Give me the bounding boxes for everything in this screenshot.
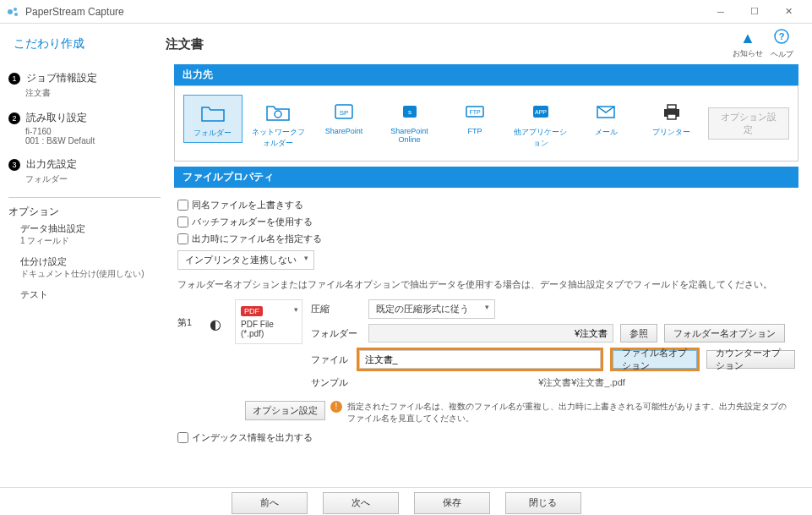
dest-mail[interactable]: メール <box>576 95 635 141</box>
dest-ftp[interactable]: FTP FTP <box>445 95 504 139</box>
svg-text:s: s <box>408 108 411 116</box>
folder-name-option-button[interactable]: フォルダー名オプション <box>664 324 785 342</box>
dest-label: プリンター <box>642 127 701 138</box>
svg-point-2 <box>14 13 18 16</box>
sample-value: ¥注文書¥注文書_.pdf <box>368 376 795 389</box>
minimize-button[interactable]: ─ <box>704 0 738 24</box>
file-input-highlight <box>357 348 603 371</box>
dest-sharepoint[interactable]: SP SharePoint <box>314 95 373 139</box>
mail-icon <box>576 98 635 125</box>
dest-label: SharePoint <box>314 127 373 135</box>
header: こだわり作成 注文書 ▲ お知らせ ? ヘルプ <box>0 24 812 64</box>
sharepoint-online-icon: s <box>380 98 439 125</box>
option-label: 仕分け設定 <box>20 255 161 268</box>
dest-option-button: オプション設定 <box>708 107 789 140</box>
ftp-icon: FTP <box>445 98 504 125</box>
svg-text:FTP: FTP <box>469 109 481 115</box>
file-type-label: PDF File (*.pdf) <box>241 320 297 338</box>
step-number-icon: 1 <box>8 73 20 85</box>
step-sub: フォルダー <box>25 173 161 185</box>
network-folder-icon <box>249 98 308 125</box>
option-sub: 1 フィールド <box>20 235 161 247</box>
help-icon: ? <box>765 29 798 48</box>
save-button[interactable]: 保存 <box>414 492 490 514</box>
option-data-extraction[interactable]: データ抽出設定 1 フィールド <box>20 222 161 247</box>
app-icon: APP <box>511 98 570 125</box>
destination-section-header: 出力先 <box>174 64 798 85</box>
sharepoint-icon: SP <box>314 98 373 125</box>
svg-point-1 <box>14 8 17 11</box>
step-destination[interactable]: 3 出力先設定 フォルダー <box>8 157 161 185</box>
dest-printer[interactable]: プリンター <box>642 95 701 141</box>
browse-button[interactable]: 参照 <box>620 324 657 342</box>
option-settings-button[interactable]: オプション設定 <box>245 401 325 420</box>
file-format-card[interactable]: PDF ▾ PDF File (*.pdf) <box>235 299 302 344</box>
notify-icon: ▲ <box>731 30 765 47</box>
chevron-down-icon: ▾ <box>294 305 298 314</box>
chk-specify-name[interactable]: 出力時にファイル名を指定する <box>177 233 795 245</box>
step-job-info[interactable]: 1 ジョブ情報設定 注文書 <box>8 71 161 99</box>
sample-label: サンプル <box>311 376 362 389</box>
svg-rect-17 <box>668 114 676 119</box>
dest-label: FTP <box>445 127 504 135</box>
option-note: フォルダー名オプションまたはファイル名オプションで抽出データを使用する場合は、デ… <box>177 278 795 291</box>
maximize-button[interactable]: ☐ <box>738 0 771 24</box>
dest-sharepoint-online[interactable]: s SharePoint Online <box>380 95 439 147</box>
step-number-icon: 2 <box>8 112 20 124</box>
option-separation[interactable]: 仕分け設定 ドキュメント仕分け(使用しない) <box>20 255 161 280</box>
chk-label: バッチフォルダーを使用する <box>192 216 313 228</box>
chk-batch-folder[interactable]: バッチフォルダーを使用する <box>177 216 795 228</box>
file-input[interactable] <box>359 350 601 369</box>
prev-button[interactable]: 前へ <box>232 492 308 514</box>
folder-icon <box>184 99 242 126</box>
help-button[interactable]: ? ヘルプ <box>765 29 798 60</box>
folder-input[interactable] <box>368 324 613 342</box>
option-sub: ドキュメント仕分け(使用しない) <box>20 268 161 280</box>
warning-text: 指定されたファイル名は、複数のファイル名が重複し、出力時に上書きされる可能性があ… <box>347 401 787 425</box>
options-section-title: オプション <box>8 205 161 219</box>
svg-point-5 <box>275 111 281 118</box>
close-window-button[interactable]: ✕ <box>771 0 805 24</box>
chk-index-output[interactable]: インデックス情報を出力する <box>177 431 795 444</box>
svg-point-0 <box>8 9 13 14</box>
app-icon <box>7 5 20 19</box>
bottom-bar: 前へ 次へ 保存 閉じる <box>0 487 812 515</box>
option-label: テスト <box>20 288 161 301</box>
mode-label: こだわり作成 <box>14 36 166 52</box>
step-label: 出力先設定 <box>26 158 77 170</box>
imprinter-select[interactable]: インプリンタと連携しない <box>177 250 314 270</box>
option-label: データ抽出設定 <box>20 222 161 235</box>
dest-folder[interactable]: フォルダー <box>183 95 243 143</box>
chk-overwrite[interactable]: 同名ファイルを上書きする <box>177 199 795 211</box>
dest-other-app[interactable]: APP 他アプリケーション <box>511 95 570 152</box>
svg-text:APP: APP <box>535 109 547 115</box>
destination-list: フォルダー ネットワークフォルダー SP SharePoint s ShareP… <box>174 85 798 162</box>
file-name-option-button[interactable]: ファイル名オプション <box>613 350 697 369</box>
svg-rect-16 <box>668 105 676 109</box>
main-panel: 出力先 フォルダー ネットワークフォルダー SP SharePoint s Sh… <box>169 64 812 487</box>
chk-label: インデックス情報を出力する <box>192 431 313 444</box>
option-test[interactable]: テスト <box>20 288 161 301</box>
contrast-icon: ◐ <box>210 299 226 332</box>
printer-icon <box>642 98 701 125</box>
output-index: 第1 <box>177 299 201 329</box>
dest-network-folder[interactable]: ネットワークフォルダー <box>249 95 308 152</box>
sidebar: 1 ジョブ情報設定 注文書 2 読み取り設定 fi-7160 001 : B&W… <box>0 64 169 487</box>
notify-label: お知らせ <box>733 49 763 58</box>
counter-option-button[interactable]: カウンターオプション <box>706 350 795 369</box>
compress-select[interactable]: 既定の圧縮形式に従う <box>368 299 495 319</box>
step-scan-settings[interactable]: 2 読み取り設定 fi-7160 001 : B&W Default <box>8 111 161 145</box>
step-label: 読み取り設定 <box>26 112 87 123</box>
folder-label: フォルダー <box>311 327 362 340</box>
step-label: ジョブ情報設定 <box>26 72 97 84</box>
fileprop-section-header: ファイルプロパティ <box>174 167 798 188</box>
pdf-badge: PDF <box>241 306 263 316</box>
app-title: PaperStream Capture <box>25 6 704 18</box>
next-button[interactable]: 次へ <box>323 492 399 514</box>
dest-label: SharePoint Online <box>380 127 439 144</box>
svg-text:SP: SP <box>340 109 349 117</box>
dest-label: 他アプリケーション <box>511 127 570 149</box>
close-button[interactable]: 閉じる <box>505 492 581 514</box>
notify-button[interactable]: ▲ お知らせ <box>731 30 765 59</box>
dest-label: ネットワークフォルダー <box>249 127 308 149</box>
